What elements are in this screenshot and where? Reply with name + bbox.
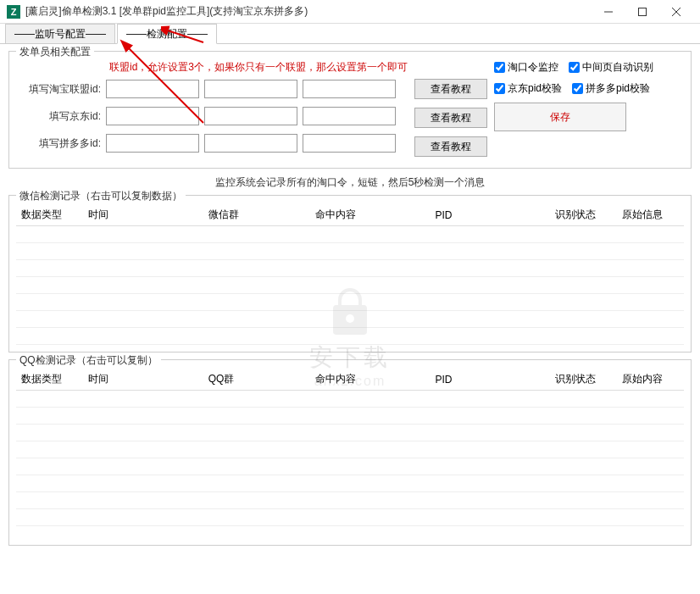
maximize-button[interactable]	[625, 0, 659, 24]
tab-detect-config[interactable]: ——检测配置——	[117, 24, 217, 44]
input-taobao-id-3[interactable]	[303, 80, 396, 98]
label-pdd-id: 填写拼多多id:	[16, 136, 101, 151]
tutorial-button-taobao[interactable]: 查看教程	[414, 79, 487, 99]
svg-rect-1	[639, 8, 647, 15]
input-pdd-id-3[interactable]	[303, 134, 396, 153]
table-header[interactable]: 微信群	[203, 204, 310, 226]
app-icon: Z	[7, 5, 20, 19]
input-taobao-id-2[interactable]	[204, 80, 297, 98]
table-header[interactable]: 数据类型	[16, 204, 83, 226]
wechat-table[interactable]: 数据类型时间微信群命中内容PID识别状态原始信息	[16, 204, 684, 226]
tab-listen-config[interactable]: ——监听号配置——	[5, 24, 115, 43]
table-header[interactable]: 原始信息	[617, 204, 684, 226]
input-pdd-id-2[interactable]	[204, 134, 297, 153]
titlebar: Z [薰启灵]偷单检测3.1 [发单群pid监控工具](支持淘宝京东拼多多)	[0, 0, 700, 24]
tutorial-button-jd[interactable]: 查看教程	[414, 108, 487, 128]
tutorial-button-pdd[interactable]: 查看教程	[414, 136, 487, 157]
table-header[interactable]: 命中内容	[310, 369, 431, 391]
table-header[interactable]: QQ群	[203, 369, 310, 391]
close-button[interactable]	[659, 0, 693, 24]
checkbox-pdd-pid[interactable]: 拼多多pid校验	[572, 81, 650, 96]
minimize-button[interactable]	[592, 0, 625, 24]
checkbox-tkl-monitor[interactable]: 淘口令监控	[494, 60, 558, 75]
checkbox-jd-pid[interactable]: 京东pid校验	[494, 81, 562, 96]
table-header[interactable]: 数据类型	[16, 369, 83, 391]
label-jd-id: 填写京东id:	[16, 109, 101, 124]
fieldset-legend: 发单员相关配置	[16, 45, 94, 59]
center-hint: 监控系统会记录所有的淘口令，短链，然后5秒检测一个消息	[8, 175, 692, 190]
fieldset-sender-config: 发单员相关配置 联盟id，允许设置3个，如果你只有一个联盟，那么设置第一个即可 …	[8, 51, 692, 169]
table-header[interactable]: 时间	[83, 369, 203, 391]
input-jd-id-1[interactable]	[106, 107, 199, 125]
input-pdd-id-1[interactable]	[106, 134, 199, 153]
save-button[interactable]: 保存	[494, 103, 626, 131]
table-header[interactable]: 原始内容	[617, 369, 684, 391]
window-title: [薰启灵]偷单检测3.1 [发单群pid监控工具](支持淘宝京东拼多多)	[25, 4, 592, 19]
table-header[interactable]: PID	[431, 369, 551, 391]
input-jd-id-2[interactable]	[204, 107, 297, 125]
table-header[interactable]: 识别状态	[550, 204, 617, 226]
input-taobao-id-1[interactable]	[106, 80, 199, 98]
input-jd-id-3[interactable]	[303, 107, 396, 125]
table-header[interactable]: 时间	[83, 204, 203, 226]
tab-bar: ——监听号配置—— ——检测配置——	[0, 24, 700, 44]
table-header[interactable]: PID	[431, 204, 551, 226]
qq-table[interactable]: 数据类型时间QQ群命中内容PID识别状态原始内容	[16, 369, 684, 391]
table-header[interactable]: 识别状态	[550, 369, 617, 391]
checkbox-mid-auto[interactable]: 中间页自动识别	[569, 60, 653, 75]
label-taobao-id: 填写淘宝联盟id:	[16, 82, 101, 97]
fieldset-wechat-log: 微信检测记录（右击可以复制数据） 数据类型时间微信群命中内容PID识别状态原始信…	[8, 195, 692, 353]
fieldset-qq-log: QQ检测记录（右击可以复制） 数据类型时间QQ群命中内容PID识别状态原始内容	[8, 359, 692, 546]
wechat-log-legend: 微信检测记录（右击可以复制数据）	[16, 189, 186, 203]
table-header[interactable]: 命中内容	[310, 204, 431, 226]
config-hint: 联盟id，允许设置3个，如果你只有一个联盟，那么设置第一个即可	[109, 60, 408, 75]
qq-log-legend: QQ检测记录（右击可以复制）	[16, 353, 161, 368]
